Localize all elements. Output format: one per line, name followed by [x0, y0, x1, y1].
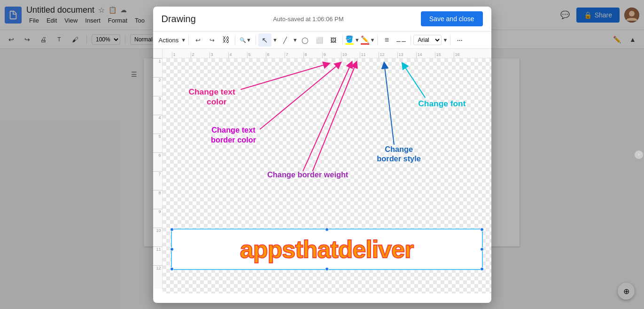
- svg-line-10: [312, 64, 356, 171]
- drawing-modal: Drawing Auto-saved at 1:06:06 PM Save an…: [153, 7, 491, 303]
- svg-line-4: [241, 64, 327, 89]
- ruler-left-6: 6: [153, 152, 162, 171]
- ruler-mark-12: 12: [379, 52, 397, 58]
- font-select[interactable]: Arial: [413, 35, 442, 45]
- dt-link-button[interactable]: ⛓: [219, 33, 233, 47]
- handle-top-left[interactable]: [170, 228, 174, 231]
- svg-text:Change: Change: [385, 145, 413, 153]
- svg-text:border style: border style: [377, 154, 420, 163]
- dt-select-tool[interactable]: ↖: [258, 33, 272, 47]
- svg-text:Change text: Change text: [211, 126, 256, 134]
- ruler-mark-8: 8: [303, 52, 322, 58]
- svg-text:Change font: Change font: [418, 99, 466, 108]
- dt-more-button[interactable]: ···: [453, 33, 466, 47]
- ruler-corner: [153, 49, 163, 58]
- handle-bottom-right[interactable]: [480, 267, 484, 271]
- ruler-left: 1 2 3 4 5 6 7 8 9 10 11 12: [153, 58, 163, 289]
- ruler-mark-15: 15: [435, 52, 454, 58]
- ruler-mark-4: 4: [228, 52, 247, 58]
- ruler-mark-7: 7: [285, 52, 303, 58]
- chevron-right-icon: ›: [638, 152, 639, 157]
- dt-line-chevron[interactable]: ▼: [293, 37, 298, 43]
- dt-sep-5: [377, 35, 378, 45]
- handle-bottom-mid[interactable]: [325, 267, 329, 271]
- dt-line-tool[interactable]: ╱: [279, 33, 292, 47]
- ruler-marks-top: 1 2 3 4 5 6 7 8 9 10 11 12 13 14: [172, 52, 473, 58]
- ruler-left-11: 11: [153, 246, 162, 265]
- border-color-chevron[interactable]: ▼: [370, 37, 375, 43]
- ruler-left-5: 5: [153, 134, 162, 152]
- border-color-button[interactable]: ✏️: [361, 35, 369, 45]
- dt-sep-4: [342, 35, 343, 45]
- drawing-canvas[interactable]: Change text color Change text border col…: [163, 58, 491, 293]
- svg-line-15: [403, 65, 425, 97]
- ruler-mark-13: 13: [397, 52, 416, 58]
- ruler-area: 1 2 3 4 5 6 7 8 9 10 11 12 13 14: [153, 49, 491, 58]
- ruler-left-8: 8: [153, 190, 162, 209]
- handle-left-mid[interactable]: [170, 247, 174, 251]
- ruler-left-9: 9: [153, 209, 162, 228]
- ruler-left-7: 7: [153, 171, 162, 190]
- dt-select-chevron[interactable]: ▼: [272, 37, 278, 43]
- fill-color-chevron[interactable]: ▼: [355, 37, 360, 43]
- dt-textbox-tool[interactable]: ⬜: [313, 33, 326, 47]
- dt-border-dash-button[interactable]: ⚊⚊: [394, 33, 408, 47]
- ruler-marks-left: 1 2 3 4 5 6 7 8 9 10 11 12: [153, 58, 162, 284]
- drawing-textbox[interactable]: appsthatdeliver: [171, 229, 483, 270]
- ruler-left-2: 2: [153, 77, 162, 96]
- drawing-title: Drawing: [162, 14, 196, 24]
- ruler-left-1: 1: [153, 58, 162, 77]
- dt-shape-tool[interactable]: ◯: [299, 33, 312, 47]
- textbox-content: appsthatdeliver: [240, 235, 413, 263]
- ruler-left-4: 4: [153, 115, 162, 134]
- handle-top-right[interactable]: [480, 228, 484, 231]
- modal-overlay: Drawing Auto-saved at 1:06:06 PM Save an…: [0, 0, 644, 309]
- svg-text:Change text: Change text: [188, 87, 235, 96]
- svg-line-9: [303, 64, 350, 171]
- svg-text:border color: border color: [210, 135, 256, 144]
- actions-chevron: ▼: [181, 37, 186, 43]
- ruler-mark-11: 11: [360, 52, 379, 58]
- ruler-top: 1 2 3 4 5 6 7 8 9 10 11 12 13 14: [163, 49, 491, 58]
- actions-dropdown[interactable]: Actions ▼: [157, 37, 186, 44]
- ruler-mark-14: 14: [416, 52, 435, 58]
- ruler-left-3: 3: [153, 96, 162, 115]
- drawing-canvas-wrapper[interactable]: 1 2 3 4 5 6 7 8 9 10 11 12 13 14: [153, 49, 491, 303]
- dt-sep-1: [188, 35, 189, 45]
- dt-redo-button[interactable]: ↪: [205, 33, 218, 47]
- svg-text:Change border weight: Change border weight: [267, 170, 349, 179]
- dt-zoom-button[interactable]: 🔍▼: [238, 33, 253, 47]
- drawing-autosave: Auto-saved at 1:06:06 PM: [273, 16, 343, 23]
- handle-right-mid[interactable]: [480, 247, 484, 251]
- ruler-mark-3: 3: [209, 52, 228, 58]
- ruler-mark-16: 16: [454, 52, 473, 58]
- ruler-mark-2: 2: [191, 52, 209, 58]
- svg-text:color: color: [207, 97, 227, 106]
- ruler-mark-6: 6: [266, 52, 285, 58]
- handle-top-mid[interactable]: [325, 228, 329, 231]
- ruler-mark-10: 10: [341, 52, 360, 58]
- ruler-mark-9: 9: [322, 52, 341, 58]
- ruler-left-10: 10: [153, 228, 162, 246]
- ruler-mark-5: 5: [247, 52, 266, 58]
- dt-sep-7: [450, 35, 450, 45]
- drawing-toolbar: Actions ▼ ↩ ↪ ⛓ 🔍▼ ↖ ▼ ╱ ▼ ◯ ⬜: [153, 32, 491, 49]
- dt-image-tool[interactable]: 🖼: [327, 33, 340, 47]
- scroll-arrow-right[interactable]: ›: [635, 151, 643, 159]
- dt-undo-button[interactable]: ↩: [191, 33, 204, 47]
- ruler-mark-1: 1: [172, 52, 191, 58]
- ruler-left-12: 12: [153, 265, 162, 284]
- font-chevron[interactable]: ▼: [442, 37, 448, 43]
- dt-border-weight-button[interactable]: ≡: [380, 33, 393, 47]
- fill-color-button[interactable]: 🪣: [345, 35, 354, 45]
- drawing-modal-header: Drawing Auto-saved at 1:06:06 PM Save an…: [153, 7, 491, 32]
- dt-sep-3: [256, 35, 256, 45]
- handle-bottom-left[interactable]: [170, 267, 174, 271]
- drawing-canvas-area: 1 2 3 4 5 6 7 8 9 10 11 12: [153, 58, 491, 293]
- dt-sep-6: [411, 35, 411, 45]
- more-icon: ···: [457, 35, 462, 45]
- svg-line-13: [384, 65, 394, 144]
- save-close-button[interactable]: Save and close: [421, 11, 483, 26]
- svg-line-7: [260, 64, 339, 129]
- dt-sep-2: [235, 35, 235, 45]
